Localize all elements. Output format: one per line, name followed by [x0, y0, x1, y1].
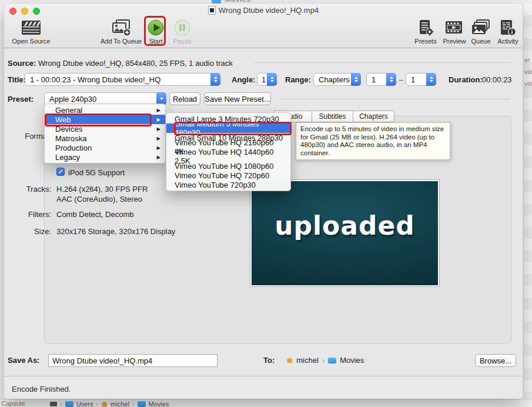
menu-item-matroska[interactable]: Matroska▶ — [45, 134, 165, 143]
preset-menu: General▶ Web▶ Devices▶ Matroska▶ Product… — [44, 104, 166, 164]
queue-button[interactable]: Queue — [469, 19, 493, 45]
save-new-preset-button[interactable]: Save New Preset... — [204, 92, 271, 105]
stepper-arrows-icon — [351, 73, 361, 86]
breadcrumb-michel: michel — [111, 401, 129, 407]
range-label: Range: — [285, 75, 311, 84]
desktop: Movies er vie vie Capsule › Users › mich… — [0, 0, 532, 407]
background-text-fragment: Capsule — [1, 400, 25, 407]
activity-button[interactable]: Activity — [494, 19, 521, 45]
title-select[interactable]: 1 - 00:00:23 - Wrong Dtube video!_HQ — [25, 73, 220, 86]
pause-button[interactable]: Pause — [170, 19, 194, 45]
submenu-arrow-icon: ▶ — [157, 117, 160, 122]
home-icon — [101, 402, 108, 407]
range-dash: – — [399, 75, 403, 84]
menu-item-gmail-medium[interactable]: Gmail Medium 5 Minutes 480p30 — [166, 124, 290, 133]
toolbar-label: Preview — [443, 38, 466, 45]
separator-line — [254, 62, 510, 63]
video-preview-thumbnail: uploaded — [250, 179, 440, 287]
background-text-fragment: vie — [524, 68, 532, 75]
menu-item-vimeo-1080[interactable]: Vimeo YouTube HQ 1080p60 — [166, 161, 290, 171]
separator-line — [280, 99, 510, 99]
background-finder-pathbar: Capsule › Users › michel › Movies — [0, 399, 532, 407]
tracks-value-1: H.264 (x264), 30 FPS PFR — [56, 185, 148, 194]
destination-user[interactable]: michel — [296, 356, 319, 365]
uploaded-logo-text: uploaded — [252, 211, 438, 241]
presets-button[interactable]: Presets — [412, 19, 439, 45]
start-button[interactable]: Start — [146, 19, 166, 45]
activity-log-icon — [498, 19, 517, 36]
angle-stepper[interactable]: 1 — [257, 73, 277, 86]
duration-value: 00:00:23 — [482, 75, 512, 84]
movies-folder-icon — [328, 358, 336, 363]
folder-icon — [65, 401, 73, 407]
stepper-arrows-icon — [267, 73, 277, 86]
title-select-value: 1 - 00:00:23 - Wrong Dtube video!_HQ — [30, 75, 160, 84]
folder-icon — [138, 401, 146, 407]
ipod-support-checkbox[interactable]: ✓ — [56, 168, 65, 176]
add-to-queue-button[interactable]: Add To Queue — [95, 19, 147, 45]
add-to-queue-icon — [111, 19, 131, 36]
range-from-value: 1 — [372, 75, 376, 84]
size-label: Size: — [4, 227, 51, 236]
toolbar-label: Presets — [414, 38, 436, 45]
menu-item-vimeo-720p60[interactable]: Vimeo YouTube HQ 720p60 — [166, 171, 290, 180]
breadcrumb-separator: › — [60, 401, 62, 407]
window-chrome: Wrong Dtube video!_HQ.mp4 Open Source — [4, 4, 523, 48]
status-message: Encode Finished. — [12, 385, 71, 393]
browse-button[interactable]: Browse... — [475, 354, 516, 367]
presets-icon — [416, 19, 435, 36]
video-frame: uploaded — [252, 181, 438, 285]
breadcrumb-separator: › — [322, 356, 324, 365]
breadcrumb-movies: Movies — [149, 401, 169, 407]
size-value: 320x176 Storage, 320x176 Display — [56, 227, 175, 236]
breadcrumb-separator: › — [96, 401, 98, 407]
home-icon — [286, 358, 293, 363]
toolbar-label: Start — [149, 38, 162, 45]
ipod-support-label: iPod 5G Support — [68, 168, 125, 177]
destination-folder[interactable]: Movies — [340, 356, 364, 365]
range-type-select[interactable]: Chapters — [313, 73, 361, 86]
tracks-value-2: AAC (CoreAudio), Stereo — [56, 195, 142, 204]
preset-submenu: Gmail Large 3 Minutes 720p30 Gmail Mediu… — [166, 112, 291, 191]
angle-value: 1 — [262, 75, 266, 84]
background-finder-window-right: er vie vie — [524, 4, 532, 399]
submenu-arrow-icon: ▶ — [157, 145, 160, 151]
stepper-arrows-icon — [386, 73, 396, 86]
pause-icon — [173, 19, 191, 36]
breadcrumb-users: Users — [76, 401, 93, 407]
menu-item-general[interactable]: General▶ — [45, 105, 165, 115]
range-type-value: Chapters — [319, 75, 350, 84]
preset-label: Preset: — [8, 95, 34, 104]
range-to-value: 1 — [411, 75, 415, 84]
menu-item-vimeo-1440[interactable]: Vimeo YouTube HQ 1440p60 2.5K — [166, 152, 290, 161]
toolbar-label: Activity — [498, 38, 518, 45]
menu-item-devices[interactable]: Devices▶ — [45, 124, 165, 134]
menu-item-production[interactable]: Production▶ — [45, 143, 165, 152]
stepper-arrows-icon — [210, 73, 220, 86]
menu-item-vimeo-720p30[interactable]: Vimeo YouTube 720p30 — [166, 180, 290, 189]
menu-item-web[interactable]: Web▶ — [45, 115, 165, 124]
reload-button[interactable]: Reload — [169, 92, 200, 105]
submenu-arrow-icon: ▶ — [157, 155, 160, 160]
filters-value: Comb Detect, Decomb — [56, 210, 134, 219]
toolbar-label: Open Source — [12, 38, 51, 45]
filters-label: Filters: — [4, 210, 51, 219]
to-label: To: — [263, 356, 275, 365]
tab-subtitles[interactable]: Subtitles — [312, 111, 353, 122]
handbrake-window: Wrong Dtube video!_HQ.mp4 Open Source — [4, 4, 523, 399]
tab-chapters[interactable]: Chapters — [353, 111, 394, 122]
menu-item-legacy[interactable]: Legacy▶ — [45, 152, 165, 162]
preset-select-value: Apple 240p30 — [49, 95, 96, 104]
range-from-stepper[interactable]: 1 — [366, 73, 396, 86]
angle-label: Angle: — [232, 75, 255, 84]
queue-icon — [471, 19, 491, 36]
duration-label: Duration: — [449, 75, 483, 84]
breadcrumb-separator: › — [132, 401, 135, 407]
range-to-stepper[interactable]: 1 — [406, 73, 436, 86]
submenu-arrow-icon: ▶ — [157, 108, 160, 113]
save-as-input[interactable] — [48, 354, 218, 367]
open-source-button[interactable]: Open Source — [6, 19, 56, 45]
stepper-arrows-icon — [426, 73, 436, 86]
preset-tooltip: Encode up to 5 minutes of video in mediu… — [296, 122, 450, 160]
preview-button[interactable]: Preview — [440, 19, 469, 45]
